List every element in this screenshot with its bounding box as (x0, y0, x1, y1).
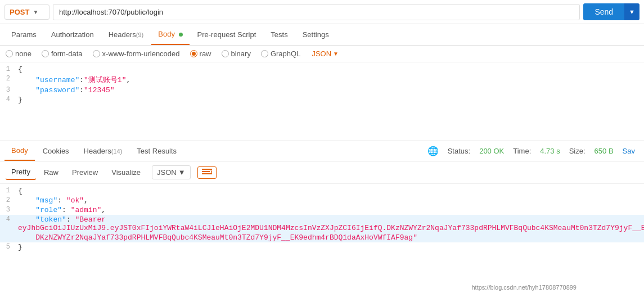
resp-line-4: 4 "token": "Bearer eyJhbGciOiJIUzUxMiJ9.… (0, 215, 644, 233)
resp-tab-cookies[interactable]: Cookies (36, 142, 76, 160)
resp-line-2: 2 "msg": "ok", (0, 196, 644, 205)
tab-headers[interactable]: Headers(9) (102, 25, 151, 44)
save-button[interactable]: Sav (623, 147, 635, 155)
fmt-tab-visualize[interactable]: Visualize (106, 165, 146, 179)
globe-icon: 🌐 (427, 146, 439, 156)
url-input[interactable] (53, 4, 580, 20)
body-type-binary[interactable]: binary (222, 49, 251, 58)
send-button[interactable]: Send (583, 3, 624, 20)
resp-json-arrow-icon: ▼ (178, 168, 186, 177)
resp-line-5: 5 } (0, 242, 644, 252)
method-arrow-icon: ▼ (33, 9, 38, 15)
svg-rect-0 (202, 169, 212, 170)
response-status-bar: 🌐 Status: 200 OK Time: 4.73 s Size: 650 … (427, 146, 640, 156)
fmt-tab-preview[interactable]: Preview (66, 165, 103, 179)
tab-body[interactable]: Body (151, 24, 189, 45)
fmt-tab-pretty[interactable]: Pretty (6, 165, 36, 180)
req-line-4: 4 } (0, 95, 644, 105)
tab-authorization[interactable]: Authorization (44, 25, 101, 44)
fmt-tab-raw[interactable]: Raw (38, 165, 64, 179)
response-body-editor[interactable]: 1 { 2 "msg": "ok", 3 "role": "admin", 4 … (0, 184, 644, 254)
body-active-dot (179, 33, 183, 37)
wrap-icon (202, 169, 212, 177)
resp-line-3: 3 "role": "admin", (0, 205, 644, 215)
body-type-bar: none form-data x-www-form-urlencoded raw… (0, 46, 644, 62)
response-format-bar: Pretty Raw Preview Visualize JSON ▼ (0, 161, 644, 184)
resp-line-1: 1 { (0, 186, 644, 196)
json-format-select[interactable]: JSON ▼ (312, 49, 339, 58)
resp-tab-test-results[interactable]: Test Results (130, 142, 183, 160)
tab-tests[interactable]: Tests (264, 25, 294, 44)
status-value: 200 OK (479, 147, 504, 155)
resp-line-4-cont: DKzNZWYZr2NqaJYaf733pdRPHLMVFBqQubc4KSMe… (0, 233, 644, 242)
body-type-none[interactable]: none (6, 49, 31, 58)
response-header: Body Cookies Headers(14) Test Results 🌐 … (0, 141, 644, 161)
send-dropdown-button[interactable]: ▼ (624, 3, 640, 20)
svg-rect-2 (202, 173, 212, 174)
method-select[interactable]: POST ▼ (4, 4, 49, 20)
top-bar: POST ▼ Send ▼ (0, 0, 644, 24)
request-tab-bar: Params Authorization Headers(9) Body Pre… (0, 24, 644, 46)
resp-tab-headers[interactable]: Headers(14) (77, 142, 129, 160)
radio-raw (190, 50, 197, 57)
response-json-select[interactable]: JSON ▼ (152, 165, 191, 179)
radio-binary (222, 50, 229, 57)
footer-url: https://blog.csdn.net/hyh17808770899 (471, 284, 577, 291)
req-line-2: 2 "username":"测试账号1", (0, 74, 644, 85)
tab-settings[interactable]: Settings (296, 25, 336, 44)
tab-params[interactable]: Params (4, 25, 43, 44)
body-type-urlencoded[interactable]: x-www-form-urlencoded (93, 49, 180, 58)
req-line-3: 3 "password":"12345" (0, 85, 644, 95)
body-type-form-data[interactable]: form-data (42, 49, 83, 58)
resp-tab-body[interactable]: Body (4, 141, 35, 161)
req-line-1: 1 { (0, 65, 644, 74)
radio-graphql (261, 50, 268, 57)
radio-urlencoded (93, 50, 100, 57)
method-label: POST (10, 8, 29, 16)
json-format-arrow-icon: ▼ (333, 51, 339, 57)
radio-none (6, 50, 13, 57)
body-type-raw[interactable]: raw (190, 49, 211, 58)
size-value: 650 B (595, 147, 614, 155)
body-type-graphql[interactable]: GraphQL (261, 49, 300, 58)
tab-pre-request-script[interactable]: Pre-request Script (191, 25, 263, 44)
radio-form-data (42, 50, 49, 57)
time-value: 4.73 s (540, 147, 560, 155)
svg-rect-1 (202, 171, 210, 172)
send-button-group: Send ▼ (583, 3, 640, 20)
request-body-editor[interactable]: 1 { 2 "username":"测试账号1", 3 "password":"… (0, 62, 644, 141)
wrap-button[interactable] (197, 166, 217, 179)
